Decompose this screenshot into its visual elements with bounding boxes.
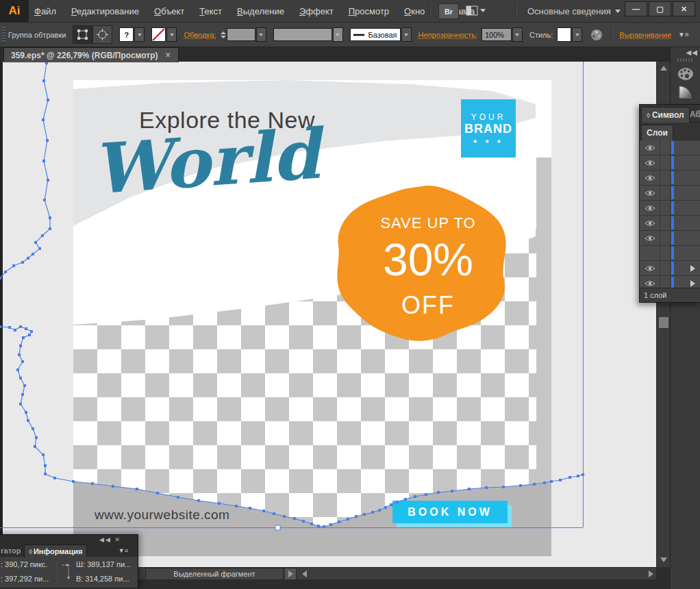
menu-item-6[interactable]: Просмотр bbox=[349, 6, 389, 16]
brush-definition-dropdown[interactable] bbox=[401, 27, 412, 42]
stroke-weight-dropdown[interactable] bbox=[256, 27, 266, 42]
scroll-down-button[interactable] bbox=[658, 555, 669, 564]
stroke-weight-field[interactable] bbox=[227, 28, 255, 41]
gradient-icon bbox=[677, 84, 694, 99]
visibility-empty[interactable] bbox=[640, 246, 660, 260]
variable-width-field[interactable] bbox=[273, 28, 332, 41]
scroll-right-button[interactable] bbox=[649, 571, 653, 577]
bridge-button[interactable]: Br bbox=[438, 3, 459, 19]
dock-grip[interactable] bbox=[677, 58, 694, 62]
document-tab[interactable]: 359.eps* @ 226,79% (RGB/Просмотр) ✕ bbox=[3, 47, 179, 62]
status-field[interactable]: Выделенный фрагмент bbox=[145, 568, 284, 580]
tab-close-icon[interactable]: ✕ bbox=[165, 51, 171, 60]
visibility-eye-icon[interactable] bbox=[640, 201, 660, 215]
layer-lock-column[interactable] bbox=[660, 246, 671, 260]
workspace-switcher[interactable]: Основные сведения bbox=[527, 0, 621, 22]
stroke-weight-stepper[interactable] bbox=[221, 32, 226, 38]
layer-row[interactable] bbox=[640, 171, 700, 186]
layer-lock-column[interactable] bbox=[660, 276, 671, 288]
layer-row[interactable] bbox=[640, 216, 700, 231]
brush-stroke-icon bbox=[353, 34, 365, 36]
tab-info[interactable]: ◊ Информация bbox=[24, 544, 87, 557]
layer-lock-column[interactable] bbox=[660, 231, 671, 245]
brush-definition-field[interactable]: Базовая bbox=[350, 28, 401, 41]
artboard[interactable]: Explore the New World YOUR BRAND ★ ★ ★ S… bbox=[73, 80, 551, 556]
align-link[interactable]: Выравнивание bbox=[619, 31, 671, 39]
color-panel-button[interactable] bbox=[676, 66, 695, 82]
tab-layers[interactable]: Слои bbox=[641, 125, 673, 140]
triangle-right-icon bbox=[288, 571, 293, 577]
visibility-eye-icon[interactable] bbox=[640, 186, 660, 200]
chevron-down-icon bbox=[259, 34, 263, 36]
style-dropdown[interactable] bbox=[572, 27, 582, 42]
visibility-eye-icon[interactable] bbox=[640, 171, 660, 185]
expand-arrow-icon[interactable] bbox=[690, 280, 695, 287]
panel-menu-icon[interactable]: ▼≡ bbox=[118, 547, 128, 554]
stroke-color-dropdown[interactable] bbox=[166, 27, 177, 42]
expand-arrow-icon[interactable] bbox=[690, 265, 695, 272]
menu-item-2[interactable]: Объект bbox=[154, 6, 184, 16]
arrange-documents-button[interactable] bbox=[466, 3, 492, 18]
pasteboard[interactable]: Explore the New World YOUR BRAND ★ ★ ★ S… bbox=[3, 62, 656, 567]
layer-lock-column[interactable] bbox=[660, 186, 671, 200]
layer-lock-column[interactable] bbox=[660, 140, 671, 155]
minimize-button[interactable]: — bbox=[625, 1, 647, 16]
stroke-weight-link[interactable]: Обводка: bbox=[184, 31, 216, 39]
layer-lock-column[interactable] bbox=[660, 201, 671, 215]
panel-grip[interactable] bbox=[1, 27, 5, 43]
layer-lock-column[interactable] bbox=[660, 216, 671, 230]
layer-row[interactable] bbox=[640, 155, 700, 171]
app-logo: Ai bbox=[0, 0, 29, 22]
layer-row[interactable] bbox=[640, 140, 700, 155]
dock-collapse-button[interactable]: ◀◀ bbox=[686, 49, 698, 56]
layer-row[interactable] bbox=[640, 261, 700, 276]
visibility-eye-icon[interactable] bbox=[640, 140, 660, 155]
variable-width-dropdown[interactable] bbox=[333, 27, 343, 42]
gradient-panel-button[interactable] bbox=[676, 84, 695, 100]
book-now-button[interactable]: BOOK NOW bbox=[392, 501, 508, 523]
tab-paragraph[interactable]: Абза bbox=[685, 107, 700, 122]
fill-color-dropdown[interactable] bbox=[134, 27, 145, 42]
menu-item-3[interactable]: Текст bbox=[199, 6, 222, 16]
layer-row[interactable] bbox=[640, 276, 700, 288]
scroll-up-button[interactable] bbox=[658, 63, 669, 73]
info-width-value: Ш: 389,137 пи... bbox=[76, 560, 131, 568]
menu-item-1[interactable]: Редактирование bbox=[71, 6, 139, 16]
tab-symbol[interactable]: ◊ Символ bbox=[641, 107, 690, 123]
close-button[interactable]: ✕ bbox=[673, 1, 695, 16]
opacity-dropdown[interactable] bbox=[512, 27, 523, 42]
menu-item-5[interactable]: Эффект bbox=[299, 6, 334, 16]
recolor-artwork-button[interactable] bbox=[589, 27, 604, 42]
layer-row[interactable] bbox=[640, 246, 700, 261]
menu-item-0[interactable]: Файл bbox=[34, 6, 56, 16]
maximize-button[interactable]: ▢ bbox=[649, 1, 671, 16]
layer-row[interactable] bbox=[640, 201, 700, 216]
edit-contents-button[interactable] bbox=[92, 25, 112, 44]
scroll-left-button[interactable] bbox=[302, 571, 307, 577]
panel-menu-button[interactable]: ▼≡ bbox=[678, 31, 689, 38]
status-next-button[interactable] bbox=[284, 568, 297, 580]
stroke-color-swatch[interactable] bbox=[151, 27, 166, 42]
style-swatch[interactable] bbox=[557, 27, 571, 42]
opacity-link[interactable]: Непрозрачность: bbox=[418, 31, 477, 39]
tab-navigator[interactable]: гатор bbox=[1, 547, 21, 555]
layer-row[interactable] bbox=[640, 231, 700, 246]
fill-color-swatch[interactable]: ? bbox=[119, 27, 134, 42]
vertical-scroll-thumb[interactable] bbox=[659, 317, 668, 328]
opacity-field[interactable]: 100% bbox=[482, 28, 512, 41]
visibility-eye-icon[interactable] bbox=[640, 155, 660, 170]
panel-collapse-close-icons[interactable]: ◀◀ ✕ bbox=[99, 536, 121, 543]
layer-lock-column[interactable] bbox=[660, 261, 671, 275]
layer-row[interactable] bbox=[640, 186, 700, 201]
isolate-mode-button[interactable] bbox=[73, 25, 92, 44]
menu-item-7[interactable]: Окно bbox=[404, 6, 425, 16]
layer-lock-column[interactable] bbox=[660, 155, 671, 170]
panel-collapse-icon: ◊ bbox=[647, 112, 650, 119]
visibility-eye-icon[interactable] bbox=[640, 261, 660, 275]
visibility-eye-icon[interactable] bbox=[640, 216, 660, 230]
menu-item-4[interactable]: Выделение bbox=[237, 6, 284, 16]
badge-line1-text: SAVE UP TO bbox=[373, 214, 483, 232]
visibility-eye-icon[interactable] bbox=[640, 276, 660, 288]
visibility-eye-icon[interactable] bbox=[640, 231, 660, 245]
layer-lock-column[interactable] bbox=[660, 171, 671, 185]
